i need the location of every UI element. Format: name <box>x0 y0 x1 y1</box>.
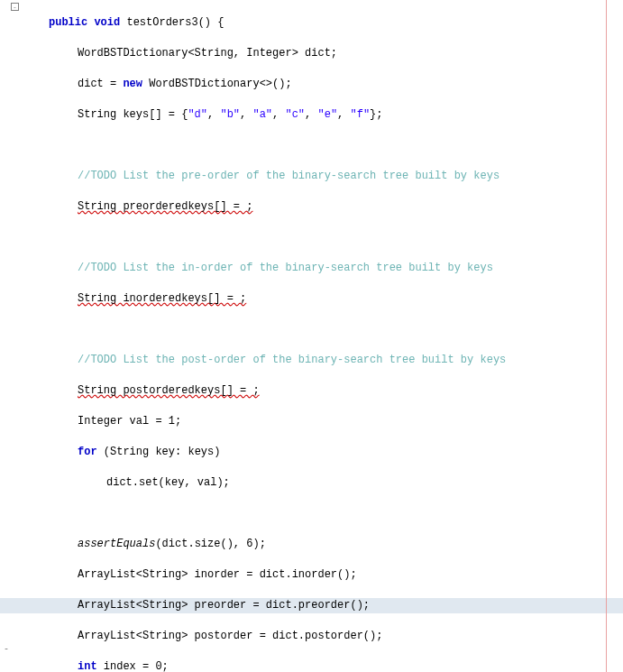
error-code: String preorderedkeys[] = ; <box>78 200 252 213</box>
string-literal: "e" <box>317 108 337 121</box>
code-line[interactable]: WordBSTDictionary<String, Integer> dict; <box>27 46 522 61</box>
blank-line[interactable] <box>27 230 522 245</box>
editor-gutter: - - <box>0 0 27 672</box>
code-text: ArrayList<String> postorder = dict.posto… <box>78 630 382 642</box>
fold-toggle-icon[interactable]: - <box>11 3 19 11</box>
code-content[interactable]: public void testOrders3() { WordBSTDicti… <box>27 0 522 672</box>
code-line[interactable]: String keys[] = {"d", "b", "a", "c", "e"… <box>27 107 522 123</box>
string-literal: "b" <box>220 108 240 121</box>
code-text: (dict.size(), 6); <box>155 538 265 550</box>
code-text: Integer val = 1; <box>78 415 181 428</box>
string-literal: "d" <box>188 108 207 121</box>
code-line[interactable]: ArrayList<String> preorder = dict.preord… <box>27 598 522 613</box>
code-text: ArrayList<String> inorder = dict.inorder… <box>78 568 357 581</box>
code-text: dict = <box>78 78 123 90</box>
keyword-for: for <box>78 446 97 458</box>
code-line[interactable]: dict = new WordBSTDictionary<>(); <box>27 77 522 92</box>
error-code: String postorderedkeys[] = ; <box>78 384 260 397</box>
code-editor[interactable]: - - public void testOrders3() { WordBSTD… <box>0 0 623 672</box>
keyword-int: int <box>78 660 97 672</box>
code-text: WordBSTDictionary<>(); <box>142 78 292 90</box>
string-literal: "c" <box>285 108 305 121</box>
comment: //TODO List the pre-order of the binary-… <box>78 170 499 182</box>
keyword-new: new <box>123 78 142 90</box>
code-line[interactable]: String preorderedkeys[] = ; <box>27 199 522 215</box>
assert-call: assertEquals <box>78 538 155 550</box>
code-line[interactable]: ArrayList<String> postorder = dict.posto… <box>27 629 522 644</box>
code-line[interactable]: public void testOrders3() { <box>27 15 522 31</box>
string-literal: "f" <box>351 108 371 121</box>
comment: //TODO List the post-order of the binary… <box>78 354 506 366</box>
cursor-line-indicator: - <box>4 644 9 654</box>
code-line[interactable]: dict.set(key, val); <box>27 475 522 491</box>
code-line[interactable]: Integer val = 1; <box>27 414 522 429</box>
string-literal: "a" <box>252 108 272 121</box>
code-line[interactable]: int index = 0; <box>27 659 522 672</box>
code-text: String keys[] = { <box>78 108 188 121</box>
code-line[interactable]: //TODO List the pre-order of the binary-… <box>27 169 522 184</box>
keyword-void: void <box>94 16 120 29</box>
right-margin-line <box>606 0 607 672</box>
code-line[interactable]: String postorderedkeys[] = ; <box>27 383 522 399</box>
code-line[interactable]: //TODO List the in-order of the binary-s… <box>27 261 522 276</box>
code-line[interactable]: for (String key: keys) <box>27 445 522 460</box>
blank-line[interactable] <box>27 322 522 337</box>
code-text: ArrayList<String> preorder = dict.preord… <box>78 599 370 612</box>
method-name: testOrders3() { <box>120 16 224 29</box>
code-line[interactable]: //TODO List the post-order of the binary… <box>27 353 522 368</box>
comment: //TODO List the in-order of the binary-s… <box>78 262 493 274</box>
code-line[interactable]: String inorderedkeys[] = ; <box>27 291 522 307</box>
code-line[interactable]: ArrayList<String> inorder = dict.inorder… <box>27 567 522 583</box>
code-text: WordBSTDictionary<String, Integer> dict; <box>78 47 337 60</box>
error-code: String inorderedkeys[] = ; <box>78 292 246 305</box>
keyword-public: public <box>49 16 87 29</box>
blank-line[interactable] <box>27 138 522 153</box>
code-text: index = 0; <box>97 660 169 672</box>
blank-line[interactable] <box>27 506 522 521</box>
code-text: (String key: keys) <box>97 446 221 458</box>
code-text: dict.set(key, val); <box>106 476 230 489</box>
code-line[interactable]: assertEquals(dict.size(), 6); <box>27 537 522 552</box>
